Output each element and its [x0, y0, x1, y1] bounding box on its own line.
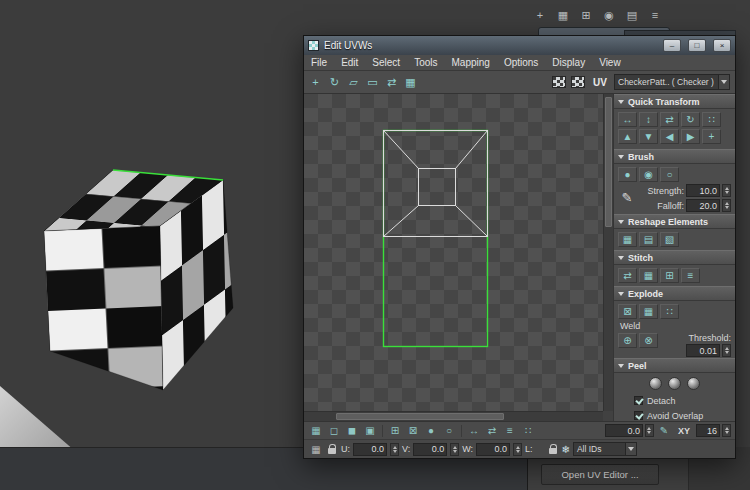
menu-select[interactable]: Select — [365, 57, 407, 68]
w-field[interactable]: 0.0 — [476, 443, 510, 456]
vertical-scrollbar[interactable] — [603, 94, 613, 411]
vertical-scrollbar-thumb[interactable] — [605, 97, 612, 227]
minimize-button[interactable]: – — [663, 39, 681, 52]
menu-view[interactable]: View — [592, 57, 628, 68]
section-quick-transform[interactable]: Quick Transform — [614, 94, 735, 109]
select-overlap-icon[interactable]: ⇄ — [484, 423, 500, 438]
horizontal-scrollbar-thumb[interactable] — [336, 413, 504, 420]
w-spinner[interactable] — [513, 443, 522, 456]
v-field[interactable]: 0.0 — [413, 443, 447, 456]
stitch-average-icon[interactable]: ▦ — [639, 268, 658, 283]
detach-checkbox[interactable]: Detach — [618, 394, 731, 407]
angle-snap-icon[interactable]: ◉ — [601, 7, 617, 23]
menu-display[interactable]: Display — [545, 57, 592, 68]
grid-toggle-icon[interactable]: ▦ — [309, 444, 323, 455]
ring-selection-icon[interactable]: ○ — [441, 423, 457, 438]
brush-options-icon[interactable]: ○ — [660, 167, 679, 182]
u-field[interactable]: 0.0 — [353, 443, 387, 456]
threshold-spinner[interactable] — [722, 344, 731, 357]
pelt-map-icon[interactable] — [687, 377, 700, 390]
u-spinner[interactable] — [390, 443, 399, 456]
move-h-icon[interactable]: ↔ — [618, 112, 637, 127]
texture-dropdown[interactable]: CheckerPatt.. ( Checker ) — [614, 74, 730, 90]
menu-options[interactable]: Options — [497, 57, 545, 68]
snap-toggle-icon[interactable]: ⊞ — [578, 7, 594, 23]
paint-select-icon[interactable]: ↔ — [466, 423, 482, 438]
select-by-smoothing-icon[interactable]: ∷ — [520, 423, 536, 438]
rotate-tool-icon[interactable]: ↻ — [326, 74, 343, 91]
uv-editor-canvas[interactable] — [304, 94, 603, 411]
add-icon[interactable]: + — [532, 7, 548, 23]
peel-mode-icon[interactable] — [668, 377, 681, 390]
grid-size-spinner[interactable] — [722, 424, 731, 437]
section-peel[interactable]: Peel — [614, 358, 735, 373]
snap-center-icon[interactable]: + — [702, 129, 721, 144]
move-tool-icon[interactable]: + — [307, 74, 324, 91]
align-top-icon[interactable]: ▲ — [618, 129, 637, 144]
edge-mode-icon[interactable]: ◻ — [326, 423, 342, 438]
break-icon[interactable]: ⊠ — [618, 304, 637, 319]
target-weld-icon[interactable]: ⊗ — [639, 333, 658, 348]
shrink-selection-icon[interactable]: ⊠ — [405, 423, 421, 438]
grid-icon[interactable]: ▦ — [555, 7, 571, 23]
close-button[interactable]: × — [713, 39, 731, 52]
flip-h-icon[interactable]: ⇄ — [660, 112, 679, 127]
scale-tool-icon[interactable]: ▱ — [345, 74, 362, 91]
percent-snap-icon[interactable]: ▤ — [624, 7, 640, 23]
grid-size-field[interactable]: 16 — [696, 424, 720, 437]
show-map-icon[interactable] — [552, 76, 566, 88]
quick-peel-icon[interactable] — [649, 377, 662, 390]
stitch-custom-icon[interactable]: ⇄ — [618, 268, 637, 283]
pen-icon[interactable]: ✎ — [656, 423, 672, 438]
vertex-mode-icon[interactable]: ▦ — [308, 423, 324, 438]
explode-faces-icon[interactable]: ▦ — [639, 304, 658, 319]
move-v-icon[interactable]: ↕ — [639, 112, 658, 127]
freeze-icon[interactable]: ❄ — [562, 444, 570, 455]
stitch-source-icon[interactable]: ⊞ — [660, 268, 679, 283]
checker-tiling-icon[interactable] — [571, 76, 585, 88]
align-right-icon[interactable]: ▶ — [681, 129, 700, 144]
falloff-field[interactable]: 20.0 — [686, 199, 720, 212]
explode-elements-icon[interactable]: ∷ — [660, 304, 679, 319]
element-mode-icon[interactable]: ▣ — [362, 423, 378, 438]
strength-spinner[interactable] — [722, 184, 731, 197]
section-explode[interactable]: Explode — [614, 286, 735, 301]
weld-selected-icon[interactable]: ⊕ — [618, 333, 637, 348]
angle-field[interactable]: 0.0 — [605, 424, 643, 437]
strength-field[interactable]: 10.0 — [686, 184, 720, 197]
window-titlebar[interactable]: Edit UVWs – □ × — [304, 36, 735, 55]
menu-file[interactable]: File — [304, 57, 334, 68]
loop-selection-icon[interactable]: ● — [423, 423, 439, 438]
chevron-down-icon[interactable] — [625, 443, 636, 455]
menu-tools[interactable]: Tools — [407, 57, 444, 68]
ignore-backfacing-icon[interactable]: ≡ — [502, 423, 518, 438]
angle-spinner[interactable] — [645, 424, 654, 437]
avoid-overlap-checkbox[interactable]: Avoid Overlap — [618, 409, 731, 421]
snap-grid-icon[interactable]: ▦ — [402, 74, 419, 91]
v-spinner[interactable] — [450, 443, 459, 456]
freeform-tool-icon[interactable]: ▭ — [364, 74, 381, 91]
threshold-field[interactable]: 0.01 — [686, 344, 720, 357]
mirror-tool-icon[interactable]: ⇄ — [383, 74, 400, 91]
maximize-button[interactable]: □ — [688, 39, 706, 52]
align-bottom-icon[interactable]: ▼ — [639, 129, 658, 144]
stitch-target-icon[interactable]: ≡ — [681, 268, 700, 283]
horizontal-scrollbar[interactable] — [304, 411, 603, 421]
align-left-icon[interactable]: ◀ — [660, 129, 679, 144]
rotate-90-icon[interactable]: ↻ — [681, 112, 700, 127]
relax-icon[interactable]: ▦ — [618, 232, 637, 247]
grow-selection-icon[interactable]: ⊞ — [387, 423, 403, 438]
straighten-icon[interactable]: ▤ — [639, 232, 658, 247]
material-id-dropdown[interactable]: All IDs — [573, 442, 637, 456]
section-stitch[interactable]: Stitch — [614, 250, 735, 265]
pencil-icon[interactable]: ✎ — [618, 184, 636, 210]
chevron-down-icon[interactable] — [718, 75, 729, 89]
lock-selected-icon[interactable] — [549, 448, 557, 454]
section-brush[interactable]: Brush — [614, 149, 735, 164]
rectangularize-icon[interactable]: ▧ — [660, 232, 679, 247]
falloff-spinner[interactable] — [722, 199, 731, 212]
lock-icon[interactable] — [328, 448, 336, 454]
face-mode-icon[interactable]: ◼ — [344, 423, 360, 438]
spinner-snap-icon[interactable]: ≡ — [647, 7, 663, 23]
paint-move-icon[interactable]: ● — [618, 167, 637, 182]
